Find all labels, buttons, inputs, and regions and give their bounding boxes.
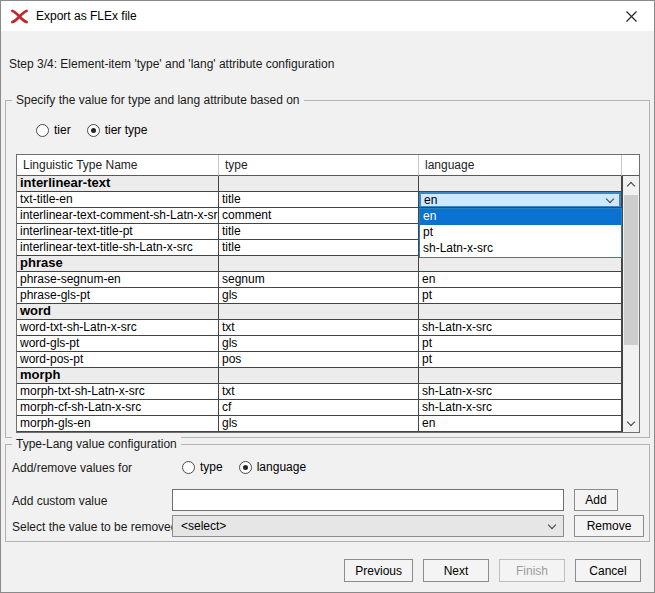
- export-flex-dialog: Export as FLEx file Step 3/4: Element-it…: [0, 0, 655, 593]
- remove-value-select[interactable]: <select>: [172, 515, 564, 537]
- language-cell[interactable]: pt: [419, 336, 622, 352]
- type-cell[interactable]: txt: [219, 320, 419, 336]
- dropdown-option[interactable]: pt: [420, 225, 621, 241]
- linguistic-type-name-cell[interactable]: interlinear-text-title-sh-Latn-x-src: [17, 240, 219, 256]
- language-cell[interactable]: en: [419, 192, 622, 208]
- group-type-cell: [219, 368, 419, 384]
- next-button[interactable]: Next: [423, 559, 489, 582]
- language-cell[interactable]: en: [419, 272, 622, 288]
- type-cell[interactable]: gls: [219, 336, 419, 352]
- linguistic-type-name-cell[interactable]: word-gls-pt: [17, 336, 219, 352]
- radio-language[interactable]: language: [239, 460, 306, 474]
- table-row[interactable]: word-gls-ptglspt: [17, 336, 639, 352]
- dropdown-option[interactable]: en: [420, 209, 621, 225]
- language-cell[interactable]: sh-Latn-x-src: [419, 400, 622, 416]
- type-cell[interactable]: txt: [219, 384, 419, 400]
- type-cell[interactable]: pos: [219, 352, 419, 368]
- table-group-row: morph: [17, 368, 639, 384]
- radio-tier-type[interactable]: tier type: [87, 123, 148, 137]
- language-cell[interactable]: pt: [419, 352, 622, 368]
- scroll-down-button[interactable]: [623, 415, 639, 432]
- typelang-groupbox-legend: Type-Lang value configuration: [12, 437, 181, 451]
- previous-button[interactable]: Previous: [344, 559, 413, 582]
- group-type-cell: [219, 304, 419, 320]
- dropdown-option[interactable]: sh-Latn-x-src: [420, 241, 621, 257]
- table-row[interactable]: morph-cf-sh-Latn-x-srccfsh-Latn-x-src: [17, 400, 639, 416]
- language-combo-box[interactable]: en: [419, 192, 621, 208]
- type-cell[interactable]: title: [219, 192, 419, 208]
- table-group-row: word: [17, 304, 639, 320]
- linguistic-type-name-cell[interactable]: phrase-segnum-en: [17, 272, 219, 288]
- vertical-scrollbar[interactable]: [622, 176, 639, 432]
- step-label: Step 3/4: Element-item 'type' and 'lang'…: [9, 57, 334, 71]
- radio-label: type: [200, 460, 223, 474]
- typelang-groupbox: Type-Lang value configuration Add/remove…: [5, 444, 650, 542]
- linguistic-type-name-cell[interactable]: txt-title-en: [17, 192, 219, 208]
- group-name-cell: morph: [17, 368, 219, 384]
- radio-button-icon: [239, 461, 252, 474]
- group-language-cell: [419, 304, 622, 320]
- linguistic-type-name-cell[interactable]: morph-gls-en: [17, 416, 219, 432]
- table-group-row: interlinear-text: [17, 176, 639, 192]
- table-header: Linguistic Type Name type language: [17, 155, 639, 176]
- footer-button-row: PreviousNextFinishCancel: [344, 559, 641, 582]
- remove-value-select-value: <select>: [181, 519, 226, 533]
- type-cell[interactable]: gls: [219, 416, 419, 432]
- close-button[interactable]: [609, 1, 654, 31]
- scrollbar-thumb[interactable]: [624, 195, 638, 345]
- group-language-cell: [419, 176, 622, 192]
- table-group-row: phrase: [17, 256, 639, 272]
- type-cell[interactable]: gls: [219, 288, 419, 304]
- table-row[interactable]: morph-txt-sh-Latn-x-srctxtsh-Latn-x-src: [17, 384, 639, 400]
- language-cell[interactable]: sh-Latn-x-src: [419, 384, 622, 400]
- linguistic-type-name-cell[interactable]: interlinear-text-comment-sh-Latn-x-src: [17, 208, 219, 224]
- radio-label: language: [257, 460, 306, 474]
- addremove-label: Add/remove values for: [12, 461, 132, 475]
- finish-button: Finish: [499, 559, 565, 582]
- linguistic-type-name-cell[interactable]: word-txt-sh-Latn-x-src: [17, 320, 219, 336]
- type-cell[interactable]: title: [219, 224, 419, 240]
- group-name-cell: interlinear-text: [17, 176, 219, 192]
- window-title: Export as FLEx file: [36, 9, 137, 23]
- scroll-up-button[interactable]: [623, 176, 639, 193]
- type-cell[interactable]: cf: [219, 400, 419, 416]
- group-type-cell: [219, 256, 419, 272]
- spec-groupbox: Specify the value for type and lang attr…: [5, 100, 650, 438]
- language-cell[interactable]: sh-Latn-x-src: [419, 320, 622, 336]
- radio-type[interactable]: type: [182, 460, 223, 474]
- radio-button-icon: [36, 124, 49, 137]
- remove-button[interactable]: Remove: [574, 515, 644, 537]
- linguistic-type-name-cell[interactable]: phrase-gls-pt: [17, 288, 219, 304]
- table-row[interactable]: word-txt-sh-Latn-x-srctxtsh-Latn-x-src: [17, 320, 639, 336]
- radio-tier[interactable]: tier: [36, 123, 71, 137]
- linguistic-type-name-cell[interactable]: word-pos-pt: [17, 352, 219, 368]
- radio-button-icon: [87, 124, 100, 137]
- radio-button-icon: [182, 461, 195, 474]
- column-header-language[interactable]: language: [419, 155, 622, 176]
- table-row[interactable]: phrase-gls-ptglspt: [17, 288, 639, 304]
- group-language-cell: [419, 256, 622, 272]
- type-cell[interactable]: comment: [219, 208, 419, 224]
- language-cell[interactable]: en: [419, 416, 622, 432]
- close-icon: [626, 11, 637, 22]
- table-row[interactable]: txt-title-entitleen: [17, 192, 639, 208]
- remove-value-label: Select the value to be removed: [12, 520, 177, 534]
- column-header-linguistic-type-name[interactable]: Linguistic Type Name: [17, 155, 219, 176]
- add-custom-value-input[interactable]: [172, 489, 564, 511]
- table-row[interactable]: word-pos-ptpospt: [17, 352, 639, 368]
- add-button[interactable]: Add: [574, 489, 618, 511]
- type-cell[interactable]: segnum: [219, 272, 419, 288]
- group-name-cell: phrase: [17, 256, 219, 272]
- cancel-button[interactable]: Cancel: [575, 559, 641, 582]
- language-cell[interactable]: pt: [419, 288, 622, 304]
- table-row[interactable]: phrase-segnum-ensegnumen: [17, 272, 639, 288]
- type-cell[interactable]: title: [219, 240, 419, 256]
- linguistic-type-name-cell[interactable]: interlinear-text-title-pt: [17, 224, 219, 240]
- title-bar: Export as FLEx file: [1, 1, 654, 31]
- column-header-type[interactable]: type: [219, 155, 419, 176]
- linguistic-type-name-cell[interactable]: morph-cf-sh-Latn-x-src: [17, 400, 219, 416]
- table-row[interactable]: morph-gls-englsen: [17, 416, 639, 432]
- chevron-down-icon: [606, 194, 614, 202]
- linguistic-type-name-cell[interactable]: morph-txt-sh-Latn-x-src: [17, 384, 219, 400]
- add-custom-value-label: Add custom value: [12, 494, 107, 508]
